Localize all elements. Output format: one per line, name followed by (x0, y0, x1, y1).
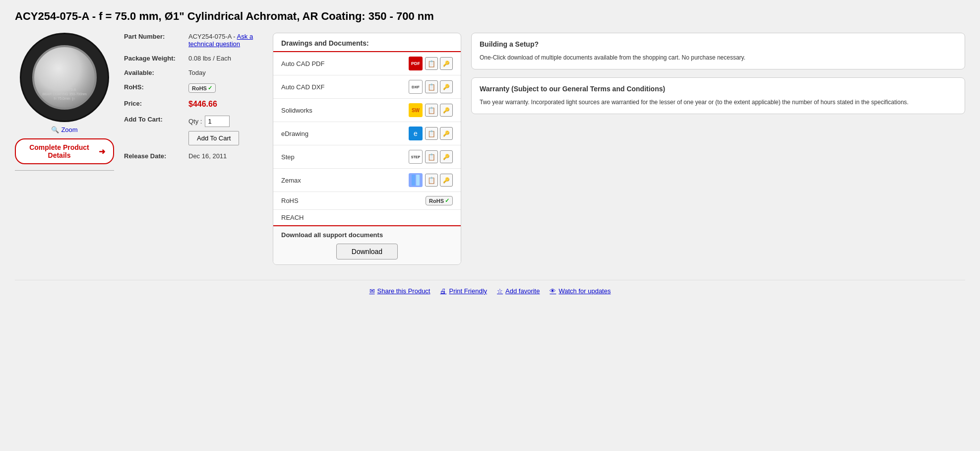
drawing-name-autocad-dxf: Auto CAD DXF (281, 83, 408, 91)
drawing-row-zemax: Zemax 📋 🔑 (273, 169, 461, 192)
printer-icon: 🖨 (440, 287, 446, 295)
svg-rect-1 (412, 175, 415, 186)
watch-updates-label: Watch for updates (558, 287, 611, 295)
drawing-name-solidworks: Solidworks (281, 107, 408, 114)
copy-icon-zemax[interactable]: 📋 (425, 174, 438, 187)
dxf-file-icon[interactable]: DXF (408, 79, 423, 94)
download-button[interactable]: Download (336, 244, 398, 259)
divider (15, 170, 114, 171)
price-label: Price: (124, 100, 188, 107)
download-all-label: Download all support documents (281, 231, 453, 239)
solidworks-file-icon[interactable]: SW (408, 103, 423, 118)
drawings-panel: Drawings and Documents: Auto CAD PDF PDF… (273, 33, 461, 265)
drawing-name-reach: REACH (281, 214, 453, 221)
rohs-checkmark: ✓ (208, 85, 212, 91)
star-icon: ☆ (497, 287, 503, 295)
rohs-value: RoHS✓ (188, 83, 216, 93)
pdf-icon-img: PDF (409, 57, 423, 70)
price-value: $446.66 (188, 100, 217, 109)
add-to-cart-row: Add To Cart: Qty : Add To Cart (124, 116, 263, 145)
copy-icon-step[interactable]: 📋 (425, 150, 438, 163)
step-file-icon[interactable]: STEP (408, 149, 423, 164)
drawing-name-edrawing: eDrawing (281, 130, 408, 137)
add-to-cart-section: Qty : Add To Cart (188, 116, 239, 145)
download-all-section: Download all support documents Download (273, 225, 461, 264)
add-favorite-label: Add favorite (505, 287, 540, 295)
drawing-row-autocad-pdf: Auto CAD PDF PDF 📋 🔑 (273, 52, 461, 75)
add-to-cart-button[interactable]: Add To Cart (188, 131, 239, 145)
available-label: Available: (124, 69, 188, 76)
part-number-row: Part Number: ACY254-075-A - Ask a techni… (124, 33, 263, 48)
building-setup-text: One-Click download of multiple documents… (480, 53, 957, 62)
doc-icons-solidworks: SW 📋 🔑 (408, 103, 453, 118)
eye-icon: 👁 (550, 287, 556, 295)
doc-icons-autocad-dxf: DXF 📋 🔑 (408, 79, 453, 94)
print-friendly-link[interactable]: 🖨 Print Friendly (440, 287, 487, 295)
drawings-body: Auto CAD PDF PDF 📋 🔑 Auto CAD DXF DXF 📋 (273, 52, 461, 225)
drawings-header: Drawings and Documents: (273, 33, 461, 52)
copy-icon-autocad-dxf[interactable]: 📋 (425, 80, 438, 93)
doc-icons-autocad-pdf: PDF 📋 🔑 (408, 56, 453, 71)
copy-icon-autocad-pdf[interactable]: 📋 (425, 57, 438, 70)
weight-row: Package Weight: 0.08 lbs / Each (124, 55, 263, 62)
zoom-icon: 🔍 (51, 126, 59, 133)
qty-section: Qty : (188, 116, 239, 127)
share-product-link[interactable]: ✉ Share this Product (369, 287, 430, 295)
rohs-badge: RoHS✓ (188, 83, 216, 93)
svg-rect-2 (416, 175, 420, 186)
step-icon-img: STEP (409, 150, 423, 164)
zemax-file-icon[interactable] (408, 173, 423, 188)
pdf-file-icon[interactable]: PDF (408, 56, 423, 71)
complete-product-details-button[interactable]: Complete Product Details ➜ (15, 138, 114, 164)
available-row: Available: Today (124, 69, 263, 76)
quantity-input[interactable] (205, 116, 230, 127)
watch-updates-link[interactable]: 👁 Watch for updates (550, 287, 611, 295)
page-title: ACY254-075-A - f = 75.0 mm, Ø1" Cylindri… (15, 10, 965, 23)
warranty-text: Two year warranty. Incorporated light so… (480, 98, 957, 107)
key-icon-autocad-pdf[interactable]: 🔑 (440, 57, 453, 70)
part-number-value: ACY254-075-A - Ask a technical question (188, 33, 263, 48)
drawing-row-edrawing: eDrawing e 📋 🔑 (273, 122, 461, 145)
drawing-name-zemax: Zemax (281, 177, 408, 184)
part-number-label: Part Number: (124, 33, 188, 40)
bottom-bar: ✉ Share this Product 🖨 Print Friendly ☆ … (15, 280, 965, 302)
release-date-row: Release Date: Dec 16, 2011 (124, 152, 263, 160)
rohs-badge-drawing: RoHS✓ (426, 196, 453, 205)
doc-icons-zemax: 📋 🔑 (408, 173, 453, 188)
edrawing-file-icon[interactable]: e (408, 126, 423, 141)
rohs-label: RoHS: (124, 83, 188, 91)
drawing-row-solidworks: Solidworks SW 📋 🔑 (273, 99, 461, 122)
drawing-row-autocad-dxf: Auto CAD DXF DXF 📋 🔑 (273, 75, 461, 99)
email-icon: ✉ (369, 287, 375, 295)
release-date-value: Dec 16, 2011 (188, 152, 227, 160)
doc-icons-step: STEP 📋 🔑 (408, 149, 453, 164)
building-setup-title: Building a Setup? (480, 40, 957, 48)
arrow-right-icon: ➜ (99, 147, 105, 156)
print-friendly-label: Print Friendly (449, 287, 487, 295)
zemax-icon-img (409, 173, 423, 187)
key-icon-autocad-dxf[interactable]: 🔑 (440, 80, 453, 93)
price-row: Price: $446.66 (124, 100, 263, 109)
release-date-label: Release Date: (124, 152, 188, 160)
key-icon-edrawing[interactable]: 🔑 (440, 127, 453, 140)
key-icon-step[interactable]: 🔑 (440, 150, 453, 163)
add-favorite-link[interactable]: ☆ Add favorite (497, 287, 540, 295)
drawing-name-step: Step (281, 153, 408, 161)
rohs-row: RoHS: RoHS✓ (124, 83, 263, 93)
key-icon-zemax[interactable]: 🔑 (440, 174, 453, 187)
weight-value: 0.08 lbs / Each (188, 55, 231, 62)
zoom-link[interactable]: 🔍 Zoom (51, 126, 77, 133)
drawing-name-autocad-pdf: Auto CAD PDF (281, 60, 408, 67)
key-icon-solidworks[interactable]: 🔑 (440, 104, 453, 117)
doc-icons-edrawing: e 📋 🔑 (408, 126, 453, 141)
product-details: Part Number: ACY254-075-A - Ask a techni… (124, 33, 263, 167)
dxf-icon-img: DXF (409, 80, 423, 94)
doc-icons-rohs: RoHS✓ (426, 196, 453, 205)
share-product-label: Share this Product (377, 287, 430, 295)
copy-icon-edrawing[interactable]: 📋 (425, 127, 438, 140)
building-setup-panel: Building a Setup? One-Click download of … (471, 33, 965, 69)
qty-label: Qty : (188, 118, 202, 125)
copy-icon-solidworks[interactable]: 📋 (425, 104, 438, 117)
drawing-name-rohs: RoHS (281, 197, 426, 204)
product-image-column: ACY254-075-ABBAR COATING 350-700nmf= 75.… (15, 33, 114, 171)
